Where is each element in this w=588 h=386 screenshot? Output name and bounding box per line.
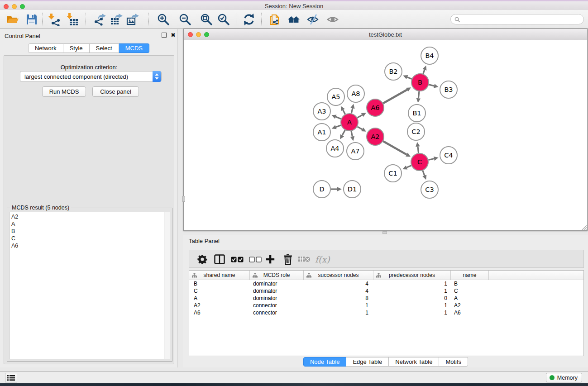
column-header-MCDS-role[interactable]: MCDS role (250, 271, 304, 280)
tab-edge-table[interactable]: Edge Table (346, 357, 389, 367)
table-cell[interactable]: C (451, 287, 489, 295)
table-cell[interactable]: connector (250, 309, 304, 316)
table-cell[interactable]: B (451, 280, 489, 287)
table-cell[interactable]: C (189, 287, 250, 295)
table-cell[interactable]: dominator (250, 280, 304, 287)
column-header-shared-name[interactable]: shared name (189, 271, 250, 280)
tab-style[interactable]: Style (63, 43, 90, 53)
table-cell[interactable]: 1 (373, 309, 451, 316)
table-row[interactable]: A2connector11A2 (189, 302, 583, 309)
table-cell[interactable]: 1 (373, 302, 451, 309)
table-cell[interactable]: dominator (250, 295, 304, 302)
gear-icon[interactable] (197, 254, 207, 265)
add-column-icon[interactable] (265, 254, 275, 265)
table-cell[interactable]: 0 (373, 295, 451, 302)
split-columns-icon[interactable] (214, 254, 225, 265)
function-builder-icon[interactable]: f(x) (315, 254, 330, 265)
mcds-result-item[interactable]: C (11, 235, 164, 242)
table-cell[interactable]: connector (250, 302, 304, 309)
table-cell[interactable]: A2 (189, 302, 250, 309)
export-network-icon[interactable] (93, 13, 106, 26)
table-cell[interactable]: 1 (373, 280, 451, 287)
select-all-icon[interactable] (231, 254, 244, 265)
tab-network[interactable]: Network (28, 43, 63, 53)
table-cell[interactable]: A (189, 295, 250, 302)
table-cell[interactable]: 4 (304, 287, 373, 295)
edge-B-B2[interactable] (407, 77, 412, 79)
edge-A-A6[interactable] (357, 115, 362, 118)
mcds-result-item[interactable]: B (11, 228, 164, 235)
tab-node-table[interactable]: Node Table (303, 357, 347, 367)
export-image-icon[interactable] (126, 13, 139, 26)
table-header[interactable]: shared nameMCDS rolesuccessor nodesprede… (189, 271, 583, 280)
edge-A-A2[interactable] (357, 127, 362, 129)
import-table-icon[interactable] (66, 13, 79, 26)
table-cell[interactable]: 4 (304, 280, 373, 287)
criterion-dropdown[interactable]: largest connected component (directed) (20, 71, 162, 82)
table-cell[interactable]: B (189, 280, 250, 287)
splitter-handle[interactable] (382, 231, 387, 234)
splitter-handle[interactable] (182, 196, 185, 202)
zoom-fit-icon[interactable] (200, 13, 213, 26)
edge-A-A7[interactable] (351, 131, 352, 137)
mcds-result-scrollbar[interactable] (164, 212, 170, 359)
open-file-icon[interactable] (6, 13, 19, 26)
show-eye-icon[interactable] (326, 13, 340, 26)
table-cell[interactable]: A6 (189, 309, 250, 316)
resize-grip-icon[interactable] (581, 224, 587, 230)
delete-table-icon[interactable] (298, 254, 311, 265)
table-cell[interactable]: 1 (373, 287, 451, 295)
edge-B-B4[interactable] (423, 70, 425, 74)
zoom-selected-icon[interactable] (217, 13, 230, 26)
edge-A-A3[interactable] (336, 117, 341, 119)
network-graph[interactable]: B4B2BB3A8A5A6A3B1AA1C2A2A4A7C4CC1C3DD1 (185, 41, 587, 230)
mcds-result-list[interactable]: A2ABCA6 (9, 212, 164, 359)
column-header-predecessor-nodes[interactable]: predecessor nodes (373, 271, 451, 280)
table-cell[interactable]: dominator (250, 287, 304, 295)
edge-C-C4[interactable] (428, 159, 434, 160)
close-panel-icon[interactable]: ✖ (171, 33, 176, 38)
clone-network-icon[interactable] (268, 13, 282, 26)
export-table-icon[interactable] (110, 13, 123, 26)
edge-A6-B[interactable] (383, 90, 407, 103)
delete-column-icon[interactable] (283, 254, 292, 265)
table-cell[interactable]: 8 (304, 295, 373, 302)
search-input[interactable] (450, 14, 584, 24)
save-session-icon[interactable] (25, 13, 38, 26)
close-panel-button[interactable]: Close panel (92, 86, 139, 97)
table-cell[interactable]: A6 (451, 309, 489, 316)
edge-B-B3[interactable] (429, 85, 434, 86)
run-mcds-button[interactable]: Run MCDS (42, 86, 86, 97)
tab-motifs[interactable]: Motifs (439, 357, 468, 367)
edge-C-C3[interactable] (423, 171, 425, 176)
tab-network-table[interactable]: Network Table (389, 357, 439, 367)
zoom-out-icon[interactable] (178, 13, 192, 26)
edge-A-A5[interactable] (343, 110, 345, 114)
table-cell[interactable]: 1 (304, 302, 373, 309)
edge-A-A8[interactable] (351, 108, 353, 113)
network-canvas[interactable]: B4B2BB3A8A5A6A3B1AA1C2A2A4A7C4CC1C3DD1 (185, 41, 587, 230)
refresh-icon[interactable] (242, 13, 256, 26)
network-window-titlebar[interactable]: testGlobe.txt (184, 29, 587, 40)
table-row[interactable]: Cdominator41C (189, 287, 583, 295)
import-network-icon[interactable] (48, 13, 61, 26)
table-row[interactable]: A6connector11A6 (189, 309, 583, 316)
deselect-all-icon[interactable] (249, 254, 262, 265)
tab-select[interactable]: Select (90, 43, 119, 53)
table-cell[interactable]: A (451, 295, 489, 302)
edge-C-C2[interactable] (418, 147, 419, 153)
table-row[interactable]: Adominator80A (189, 295, 583, 302)
edge-C-C1[interactable] (406, 166, 411, 167)
column-header-successor-nodes[interactable]: successor nodes (304, 271, 373, 280)
table-cell[interactable]: A2 (451, 302, 489, 309)
column-header-name[interactable]: name (451, 271, 489, 280)
memory-button[interactable]: Memory (546, 373, 582, 382)
zoom-in-icon[interactable] (157, 13, 170, 26)
mcds-result-item[interactable]: A (11, 220, 164, 228)
table-row[interactable]: Bdominator41B (189, 280, 583, 287)
edge-B-B1[interactable] (418, 91, 419, 98)
mcds-result-item[interactable]: A2 (11, 213, 164, 220)
edge-A-A4[interactable] (342, 130, 345, 136)
mcds-result-item[interactable]: A6 (11, 242, 164, 249)
hide-selected-icon[interactable] (306, 13, 320, 26)
